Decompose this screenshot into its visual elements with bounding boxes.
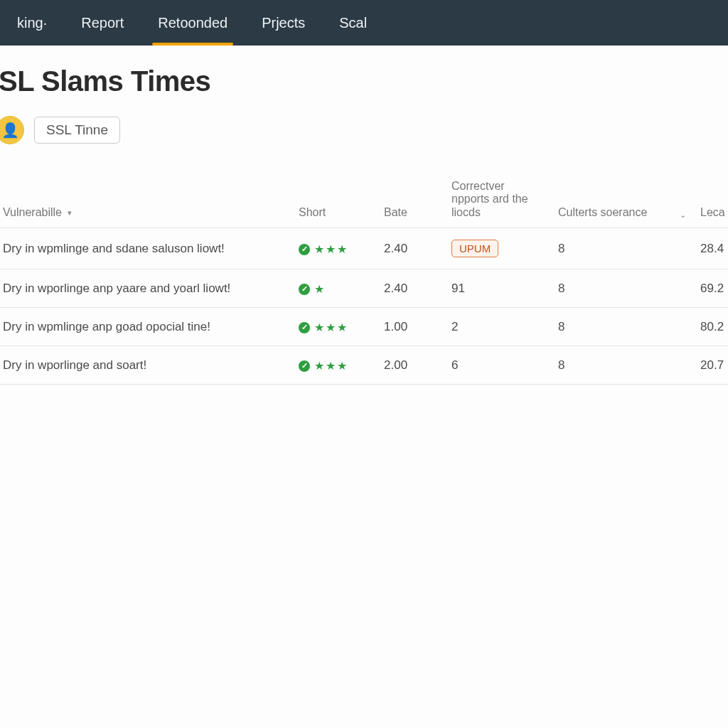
page-title: SL Slams Times	[0, 65, 728, 97]
col-header-label: Vulnerabille	[3, 206, 62, 218]
table-header-row: Vulnerabille ▾ Short Bate Correctver npp…	[0, 173, 728, 228]
star-icon: ★	[314, 321, 324, 334]
cell-short: ✓★★★	[291, 346, 377, 385]
cell-culberts: 8	[551, 308, 693, 346]
page-header: SL Slams Times 👤 SSL Tinne	[0, 46, 728, 144]
col-header-connective[interactable]: Correctver npports ard the liocds	[444, 173, 551, 228]
col-header-label: Culterts soerance	[558, 206, 647, 219]
cell-culberts: 8	[551, 346, 693, 385]
cell-short: ✓★	[291, 269, 377, 308]
star-icon: ★	[337, 359, 347, 373]
nav-item-king[interactable]: king·	[0, 0, 64, 46]
col-header-label: Bate	[384, 206, 407, 218]
star-icon: ★	[326, 242, 336, 256]
star-icon: ★	[326, 321, 336, 334]
table-body: Dry in wpmlinge and sdane saluson liowt!…	[0, 228, 728, 385]
check-icon: ✓	[299, 322, 310, 333]
cell-bate: 2.40	[377, 269, 444, 308]
cell-local: 69.2	[693, 269, 728, 308]
cell-vulnerability: Dry in wporlinge anp yaare and yoarl lio…	[0, 269, 291, 308]
check-icon: ✓	[299, 360, 310, 372]
nav-item-scal[interactable]: Scal	[322, 0, 384, 46]
nav-item-report[interactable]: Report	[64, 0, 141, 46]
avatar[interactable]: 👤	[0, 116, 24, 144]
cell-short: ✓★★★	[291, 228, 377, 269]
status-badge: UPUM	[451, 240, 498, 257]
col-header-local[interactable]: Leca	[693, 173, 728, 228]
cell-short: ✓★★★	[291, 308, 377, 346]
cell-connective: UPUM	[444, 228, 551, 269]
user-icon: 👤	[1, 122, 19, 139]
results-table: Vulnerabille ▾ Short Bate Correctver npp…	[0, 173, 728, 385]
table-row[interactable]: Dry in wporlinge and soart!✓★★★2.006820.…	[0, 346, 728, 385]
cell-bate: 1.00	[377, 308, 444, 346]
col-header-label: Short	[299, 206, 326, 218]
cell-bate: 2.00	[377, 346, 444, 385]
cell-local: 80.2	[693, 308, 728, 346]
check-icon: ✓	[299, 284, 310, 295]
chevron-down-icon: ⌄	[680, 210, 686, 220]
cell-connective: 2	[444, 308, 551, 346]
nav-item-retoonded[interactable]: Retoonded	[141, 0, 245, 46]
col-header-vulnerability[interactable]: Vulnerabille ▾	[0, 173, 291, 228]
star-icon: ★	[326, 359, 336, 373]
chip-row: 👤 SSL Tinne	[0, 116, 728, 144]
cell-connective: 6	[444, 346, 551, 385]
col-header-culberts[interactable]: Culterts soerance ⌄	[551, 173, 693, 228]
col-header-label: Correctver npports ard the liocds	[451, 180, 528, 218]
star-icon: ★	[314, 242, 324, 256]
nav-item-prjects[interactable]: Prjects	[245, 0, 322, 46]
cell-vulnerability: Dry in wporlinge and soart!	[0, 346, 291, 385]
star-icon: ★	[337, 242, 347, 256]
table-row[interactable]: Dry in wporlinge anp yaare and yoarl lio…	[0, 269, 728, 308]
table-row[interactable]: Dry in wpmlinge anp goad opocial tine!✓★…	[0, 308, 728, 346]
star-icon: ★	[314, 359, 324, 373]
top-nav: king· Report Retoonded Prjects Scal	[0, 0, 728, 46]
cell-bate: 2.40	[377, 228, 444, 269]
cell-vulnerability: Dry in wpmlinge anp goad opocial tine!	[0, 308, 291, 346]
cell-culberts: 8	[551, 228, 693, 269]
cell-culberts: 8	[551, 269, 693, 308]
star-icon: ★	[337, 321, 347, 334]
chevron-down-icon: ▾	[68, 208, 72, 218]
check-icon: ✓	[299, 244, 310, 255]
star-icon: ★	[314, 282, 324, 296]
col-header-bate[interactable]: Bate	[377, 173, 444, 228]
col-header-short[interactable]: Short	[291, 173, 377, 228]
table-row[interactable]: Dry in wpmlinge and sdane saluson liowt!…	[0, 228, 728, 269]
cell-connective: 91	[444, 269, 551, 308]
cell-local: 20.7	[693, 346, 728, 385]
ssl-chip[interactable]: SSL Tinne	[34, 117, 120, 144]
col-header-label: Leca	[700, 206, 725, 218]
cell-vulnerability: Dry in wpmlinge and sdane saluson liowt!	[0, 228, 291, 269]
cell-local: 28.4	[693, 228, 728, 269]
